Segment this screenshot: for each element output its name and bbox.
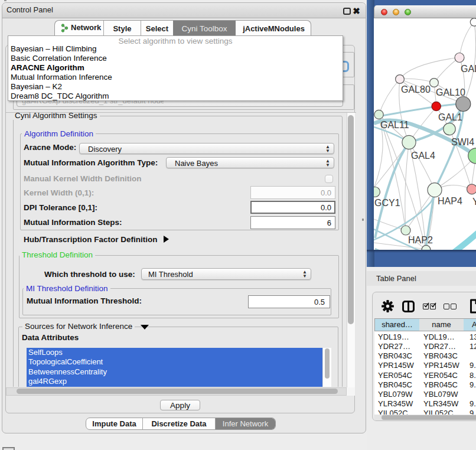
- svg-text:GAL80: GAL80: [461, 64, 476, 74]
- svg-text:YEL: YEL: [472, 197, 476, 207]
- svg-text:GAL1: GAL1: [438, 112, 462, 122]
- svg-text:GAL11: GAL11: [380, 120, 409, 130]
- svg-text:GAL10: GAL10: [436, 87, 465, 97]
- svg-text:GCY1: GCY1: [374, 198, 400, 208]
- svg-text:GAL80: GAL80: [401, 84, 431, 94]
- svg-text:HAP2: HAP2: [408, 235, 433, 245]
- svg-text:SWI4: SWI4: [451, 137, 474, 147]
- svg-text:GAL4: GAL4: [411, 151, 435, 161]
- svg-text:HAP4: HAP4: [438, 196, 462, 206]
